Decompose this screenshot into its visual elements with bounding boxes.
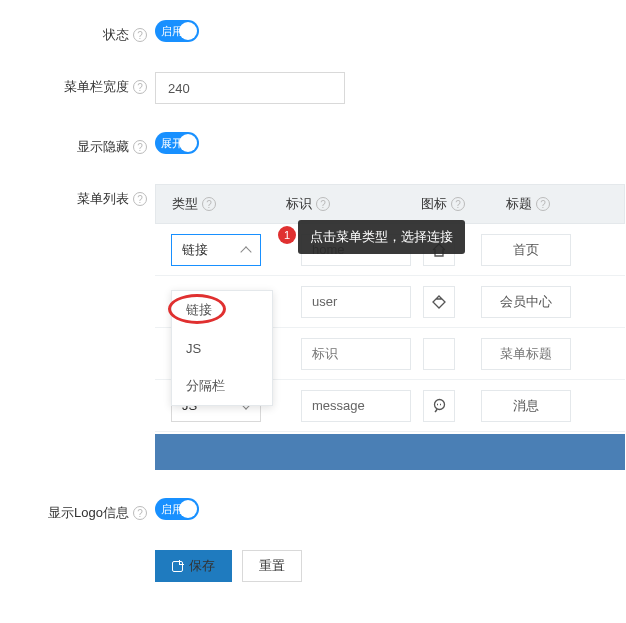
- menu-width-input[interactable]: [155, 72, 345, 104]
- message-icon: [432, 398, 447, 413]
- showhide-toggle[interactable]: 展开: [155, 132, 199, 154]
- save-label: 保存: [189, 557, 215, 575]
- menulist-label: 菜单列表: [77, 190, 129, 208]
- logo-label: 显示Logo信息: [48, 504, 129, 522]
- icon-picker[interactable]: [423, 338, 455, 370]
- help-icon[interactable]: ?: [133, 28, 147, 42]
- save-button[interactable]: 保存: [155, 550, 232, 582]
- help-icon[interactable]: ?: [202, 197, 216, 211]
- icon-picker[interactable]: [423, 286, 455, 318]
- chevron-up-icon: [240, 246, 251, 257]
- type-dropdown: 链接 JS 分隔栏: [171, 290, 273, 406]
- table-header: 类型? 标识? 图标? 标题?: [155, 184, 625, 224]
- select-value: 链接: [182, 241, 208, 259]
- reset-button[interactable]: 重置: [242, 550, 302, 582]
- help-icon[interactable]: ?: [133, 80, 147, 94]
- add-row-bar[interactable]: [155, 434, 625, 470]
- col-type: 类型: [172, 195, 198, 213]
- dropdown-option-link[interactable]: 链接: [172, 291, 272, 329]
- toggle-knob: [179, 500, 197, 518]
- width-label: 菜单栏宽度: [64, 78, 129, 96]
- help-icon[interactable]: ?: [536, 197, 550, 211]
- save-icon: [172, 561, 183, 572]
- annotation-tooltip: 点击菜单类型，选择连接: [298, 220, 465, 254]
- toggle-knob: [179, 134, 197, 152]
- help-icon[interactable]: ?: [451, 197, 465, 211]
- mark-input[interactable]: [301, 390, 411, 422]
- diamond-icon: [432, 295, 446, 309]
- title-input[interactable]: [481, 234, 571, 266]
- logo-toggle[interactable]: 启用: [155, 498, 199, 520]
- annotation-badge: 1: [278, 226, 296, 244]
- reset-label: 重置: [259, 557, 285, 575]
- dropdown-option-divider[interactable]: 分隔栏: [172, 367, 272, 405]
- col-icon: 图标: [421, 195, 447, 213]
- help-icon[interactable]: ?: [133, 192, 147, 206]
- help-icon[interactable]: ?: [133, 140, 147, 154]
- toggle-knob: [179, 22, 197, 40]
- type-select[interactable]: 链接: [171, 234, 261, 266]
- title-input[interactable]: [481, 390, 571, 422]
- dropdown-option-js[interactable]: JS: [172, 329, 272, 367]
- title-input[interactable]: [481, 286, 571, 318]
- svg-point-0: [434, 400, 444, 410]
- mark-input[interactable]: [301, 286, 411, 318]
- status-toggle[interactable]: 启用: [155, 20, 199, 42]
- icon-picker[interactable]: [423, 390, 455, 422]
- status-label: 状态: [103, 26, 129, 44]
- showhide-label: 显示隐藏: [77, 138, 129, 156]
- mark-input[interactable]: [301, 338, 411, 370]
- help-icon[interactable]: ?: [133, 506, 147, 520]
- title-input[interactable]: [481, 338, 571, 370]
- help-icon[interactable]: ?: [316, 197, 330, 211]
- col-title: 标题: [506, 195, 532, 213]
- col-mark: 标识: [286, 195, 312, 213]
